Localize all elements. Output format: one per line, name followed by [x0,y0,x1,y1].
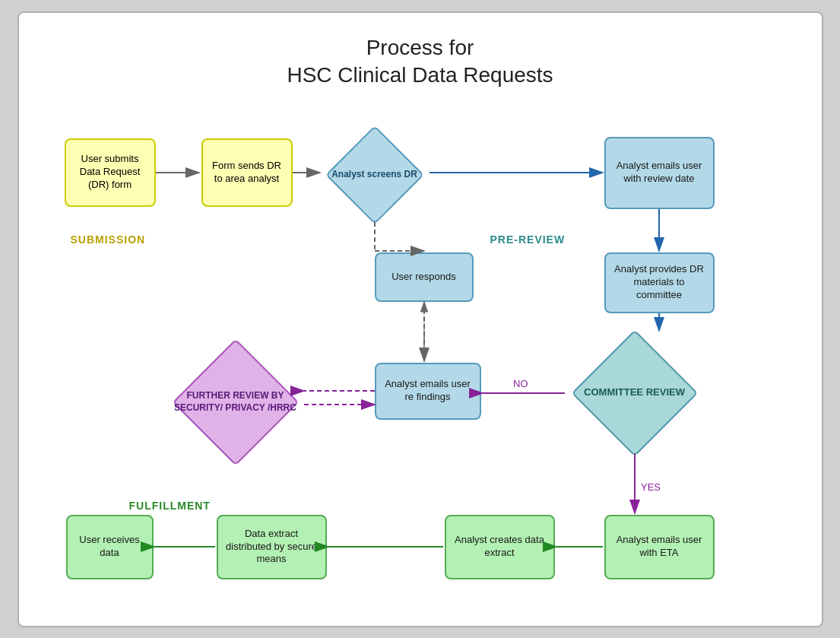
analyst-screens-diamond: Analyst screens DR [322,125,428,224]
title-line2: HSC Clinical Data Requests [287,63,553,87]
committee-review-diamond: COMMITTEE REVIEW [566,332,703,454]
user-submits-box: User submits Data Request (DR) form [65,138,156,207]
fulfillment-label: FULFILLMENT [129,500,211,512]
analyst-creates-box: Analyst creates data extract [445,515,555,579]
submission-label: SUBMISSION [71,233,146,246]
svg-text:NO: NO [513,378,528,389]
analyst-emails-review-box: Analyst emails user with review date [604,137,715,209]
svg-text:YES: YES [641,481,661,493]
analyst-emails-findings-box: Analyst emails user re findings [375,363,481,420]
data-extract-box: Data extract distributed by secure means [217,515,327,579]
prereview-label: PRE-REVIEW [490,233,566,246]
diagram-container: Process for HSC Clinical Data Requests S… [17,11,823,627]
further-review-diamond: FURTHER REVIEW BY SECURITY/ PRIVACY /HRR… [167,344,304,462]
analyst-emails-eta-box: Analyst emails user with ETA [604,515,715,579]
form-sends-box: Form sends DR to area analyst [201,138,293,207]
user-responds-box: User responds [375,252,474,302]
page-title: Process for HSC Clinical Data Requests [19,13,822,90]
title-line1: Process for [366,36,474,59]
analyst-provides-box: Analyst provides DR materials to committ… [604,252,715,313]
user-receives-box: User receives data [66,515,154,579]
